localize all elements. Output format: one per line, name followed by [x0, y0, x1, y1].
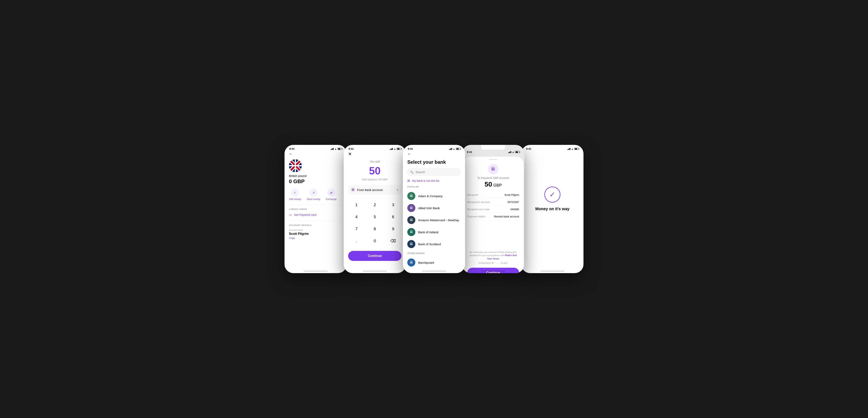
- phones-container: 9:41 ▲ ← British pound 0 GBP ＋ Add money: [284, 145, 584, 273]
- linked-cards-label: LINKED CARDS: [289, 208, 342, 210]
- recipient-value: Scott Pilgrim: [504, 194, 519, 196]
- chevron-down-icon: ▾: [397, 188, 398, 191]
- numpad-2[interactable]: 2: [366, 200, 383, 210]
- bank-item-adam[interactable]: 🏛 Adam & Company: [407, 190, 461, 202]
- numpad-9[interactable]: 9: [385, 223, 402, 234]
- status-icons-2: ▲: [390, 148, 401, 150]
- detail-payment-option: Payment option Revolut bank account: [467, 213, 519, 220]
- home-indicator-4: [481, 271, 505, 272]
- sort-code-label: Recipient sort code: [467, 208, 490, 211]
- action-buttons: ＋ Add money ↗ Send money ⇄ Exchange: [289, 188, 342, 201]
- bank-not-found-icon: 🏛: [407, 179, 410, 182]
- detail-account: Recipient's account 05701597: [467, 199, 519, 206]
- battery-icon-1: [338, 148, 342, 150]
- bank-name-barclaycard: Barclaycard: [418, 261, 434, 264]
- bank-avatar-barclaycard: 🏛: [407, 258, 415, 267]
- wifi-icon-2: ▲: [394, 148, 396, 150]
- continue-button-2[interactable]: Continue: [348, 251, 402, 261]
- home-indicator-3: [422, 271, 446, 272]
- signal-icon-5: [567, 148, 570, 150]
- exchange-button[interactable]: ⇄ Exchange: [326, 188, 337, 201]
- send-icon: ↗: [309, 188, 317, 197]
- signal-icon-4: [508, 151, 511, 153]
- get-paysend-card-button[interactable]: ▭ Get Paysend card: [289, 213, 342, 217]
- numpad-5[interactable]: 5: [366, 212, 383, 222]
- payment-option-value: Revolut bank account: [494, 215, 519, 218]
- bank-large-icon: 🏛: [488, 164, 498, 174]
- bank-name-scotland: Bank of Scotland: [418, 242, 441, 246]
- wifi-icon-3: ▲: [453, 148, 455, 150]
- card-icon: ▭: [289, 213, 292, 217]
- bank-avatar-ireland: 🏛: [407, 228, 415, 236]
- balance-display: 0 GBP: [289, 178, 342, 184]
- numpad-3[interactable]: 3: [385, 200, 402, 210]
- numpad: 1 2 3 4 5 6 7 8 9 . 0 ⌫: [348, 200, 402, 246]
- signal-icon-3: [449, 148, 452, 150]
- overlay-sheet: 🏛 To Paysend GBP account 50 GBP Recipien…: [463, 157, 524, 273]
- battery-icon-2: [397, 148, 401, 150]
- bank-item-amazon[interactable]: 🏛 Amazon Mastercard - NewDay: [407, 214, 461, 226]
- numpad-6[interactable]: 6: [385, 212, 402, 222]
- status-icons-1: ▲: [331, 148, 342, 150]
- account-name-label: Account name: [289, 229, 342, 231]
- send-money-button[interactable]: ↗ Send money: [307, 188, 320, 201]
- payment-details: Recipient Scott Pilgrim Recipient's acco…: [463, 191, 524, 248]
- copy-button[interactable]: Copy: [289, 237, 342, 240]
- notch-4: [481, 145, 505, 150]
- wifi-icon-4: ▲: [512, 151, 514, 153]
- battery-icon-5: [574, 148, 579, 150]
- home-indicator-5: [540, 271, 564, 272]
- to-label: To Paysend GBP account: [477, 176, 509, 179]
- bank-item-barclaycard[interactable]: 🏛 Barclaycard: [407, 256, 461, 269]
- search-input[interactable]: [415, 170, 458, 174]
- not-in-list-button[interactable]: 🏛 My bank is not the list: [407, 179, 461, 182]
- confirm-currency: GBP: [493, 183, 502, 187]
- phone-wallet: 9:41 ▲ ← British pound 0 GBP ＋ Add money: [284, 145, 347, 273]
- success-container: ✓ Money on it's way: [526, 151, 579, 246]
- numpad-1[interactable]: 1: [348, 200, 365, 210]
- bank-name-amazon: Amazon Mastercard - NewDay: [418, 218, 459, 222]
- numpad-4[interactable]: 4: [348, 212, 365, 222]
- back-button-1[interactable]: ←: [289, 151, 293, 156]
- numpad-8[interactable]: 8: [366, 223, 383, 234]
- sort-code-value: 040085: [510, 208, 519, 211]
- bank-name-ireland: Bank of Ireland: [418, 231, 438, 234]
- search-box[interactable]: 🔍: [407, 168, 461, 176]
- wifi-icon-1: ▲: [335, 148, 337, 150]
- numpad-backspace[interactable]: ⌫: [385, 236, 402, 246]
- bank-selector[interactable]: 🏛 From bank account ▾: [348, 185, 402, 195]
- status-bar-5: 9:41 ▲: [521, 145, 584, 151]
- success-checkmark-icon: ✓: [545, 186, 560, 203]
- account-label: Recipient's account: [467, 201, 490, 204]
- home-indicator-2: [363, 271, 387, 272]
- wifi-icon-5: ▲: [571, 148, 574, 150]
- bank-item-ireland[interactable]: 🏛 Bank of Ireland: [407, 226, 461, 238]
- back-button-3[interactable]: ←: [407, 151, 411, 156]
- continue-button-4[interactable]: Continue: [467, 268, 519, 273]
- currency-name: British pound: [289, 174, 342, 178]
- bank-name-allied: Allied Irish Bank: [418, 206, 440, 210]
- not-in-list-label: My bank is not the list: [412, 179, 439, 182]
- bank-item-allied[interactable]: 🏛 Allied Irish Bank: [407, 202, 461, 214]
- payment-option-label: Payment option: [467, 215, 485, 218]
- close-button-2[interactable]: ✕: [348, 151, 352, 157]
- add-money-button[interactable]: ＋ Add money: [289, 188, 301, 201]
- add-money-label: Add money: [289, 198, 301, 201]
- status-icons-4: ▲: [508, 151, 520, 153]
- time-4: 9:41: [467, 150, 472, 153]
- popular-label: POPULAR: [407, 185, 461, 188]
- time-5: 9:41: [526, 147, 531, 150]
- exchange-icon: ⇄: [327, 188, 335, 197]
- numpad-0[interactable]: 0: [366, 236, 383, 246]
- numpad-dot[interactable]: .: [348, 236, 365, 246]
- time-1: 9:41: [289, 147, 294, 150]
- battery-icon-3: [456, 148, 460, 150]
- bank-avatar-adam: 🏛: [407, 192, 415, 200]
- status-bar-2: 9:41 ▲: [344, 145, 406, 151]
- bank-item-scotland[interactable]: 🏛 Bank of Scotland: [407, 238, 461, 250]
- numpad-7[interactable]: 7: [348, 223, 365, 234]
- battery-icon-4: [515, 151, 520, 153]
- bank-avatar-amazon: 🏛: [407, 216, 415, 224]
- account-value: 05701597: [507, 201, 519, 204]
- phone-success: 9:41 ▲ ✓ Money on it's way: [521, 145, 584, 273]
